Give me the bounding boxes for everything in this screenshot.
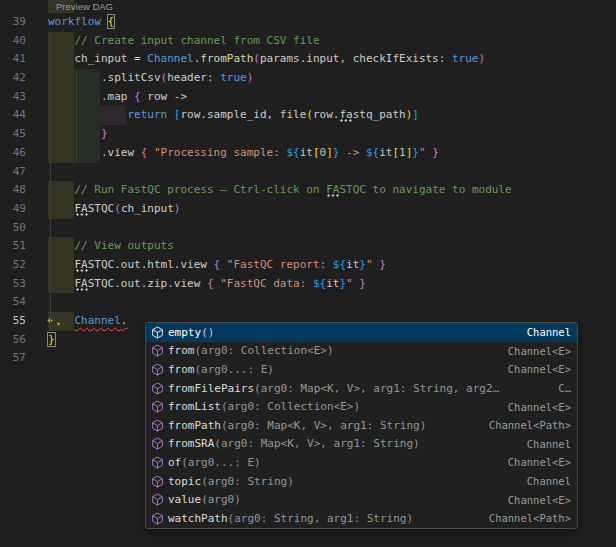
suggestion-signature: (arg0...: E) [195, 363, 274, 376]
code-editor[interactable]: Preview DAG 39workflow {40 // Create inp… [0, 0, 616, 547]
line-number[interactable]: 39 [0, 13, 26, 32]
code-lines: 39workflow {40 // Create input channel f… [0, 13, 616, 368]
code-text: workflow { [48, 13, 114, 32]
line-number[interactable]: 45 [0, 125, 26, 144]
suggestion-item-from[interactable]: from(arg0...: E)Channel<E> [146, 360, 577, 379]
suggestion-item-fromList[interactable]: fromList(arg0: Collection<E>)Channel<E> [146, 397, 577, 416]
suggestion-item-fromSRA[interactable]: fromSRA(arg0: Map<K, V>, arg1: String)Ch… [146, 435, 577, 454]
suggestion-detail: Channel [519, 438, 571, 450]
line-number[interactable]: 54 [0, 293, 26, 312]
line-number[interactable]: 43 [0, 88, 26, 107]
code-text: } [48, 125, 108, 144]
token: } [432, 146, 439, 159]
line-number[interactable]: 49 [0, 200, 26, 219]
token: params.input, checkIfExists: [260, 52, 452, 65]
token: ) [479, 52, 486, 65]
suggestion-detail: Channel<E> [500, 456, 571, 468]
token: // View outputs [75, 239, 174, 252]
token [147, 146, 154, 159]
suggestion-item-topic[interactable]: topic(arg0: String)Channel [146, 472, 577, 491]
token [48, 34, 75, 47]
line-number[interactable]: 42 [0, 69, 26, 88]
line-number[interactable]: 56 [0, 331, 26, 350]
suggestion-label: value [168, 493, 201, 506]
code-line-42[interactable]: 42 .splitCsv(header: true) [0, 69, 616, 88]
line-number[interactable]: 52 [0, 256, 26, 275]
token [220, 258, 227, 271]
suggestion-item-from[interactable]: from(arg0: Collection<E>)Channel<E> [146, 342, 577, 361]
token [48, 108, 127, 121]
suggestion-signature: () [201, 326, 214, 339]
suggestion-item-fromFilePairs[interactable]: fromFilePairs(arg0: Map<K, V>, arg1: Str… [146, 379, 577, 398]
token: true [452, 52, 479, 65]
token: fromPath [200, 52, 253, 65]
code-line-46[interactable]: 46 .view { "Processing sample: ${it[0]} … [0, 144, 616, 163]
token: ) [247, 71, 254, 84]
code-line-43[interactable]: 43 .map { row -> [0, 88, 616, 107]
suggestion-item-watchPath[interactable]: watchPath(arg0: String, arg1: String)Cha… [146, 509, 577, 528]
token [48, 183, 75, 196]
suggestion-item-empty[interactable]: empty()Channel [146, 323, 577, 342]
code-line-48[interactable]: 48 // Run FastQC process – Ctrl-click on… [0, 181, 616, 200]
code-line-47[interactable]: 47 [0, 163, 616, 182]
code-line-51[interactable]: 51 // View outputs [0, 237, 616, 256]
symbol-method-icon [149, 454, 165, 470]
line-number[interactable]: 44 [0, 106, 26, 125]
code-line-40[interactable]: 40 // Create input channel from CSV file [0, 32, 616, 51]
code-line-50[interactable]: 50 [0, 219, 616, 238]
code-text: FASTQC.out.zip.view { "FastQC data: ${it… [48, 275, 366, 294]
code-line-53[interactable]: 53 FASTQC.out.zip.view { "FastQC data: $… [0, 275, 616, 294]
codelens-preview-dag[interactable]: Preview DAG [56, 1, 113, 13]
symbol-method-icon [149, 361, 165, 377]
suggestion-label: from [168, 363, 195, 376]
token: ( [253, 52, 260, 65]
line-number[interactable]: 46 [0, 144, 26, 163]
suggestion-item-value[interactable]: value(arg0)Channel<E> [146, 490, 577, 509]
token [48, 258, 75, 271]
token: .out.zip.view [114, 277, 207, 290]
token [48, 127, 101, 140]
token [48, 239, 75, 252]
code-line-39[interactable]: 39workflow { [0, 13, 616, 32]
code-text: FASTQC.out.html.view { "FastQC report: $… [48, 256, 386, 275]
code-line-49[interactable]: 49 FASTQC(ch_input) [0, 200, 616, 219]
line-number[interactable]: 48 [0, 181, 26, 200]
suggestion-label: fromFilePairs [168, 382, 254, 395]
token: ( [306, 108, 313, 121]
line-number[interactable]: 57 [0, 349, 26, 368]
suggestion-item-fromPath[interactable]: fromPath(arg0: Map<K, V>, arg1: String)C… [146, 416, 577, 435]
symbol-method-icon [149, 343, 165, 359]
code-text: .view { "Processing sample: ${it[0]} -> … [48, 144, 439, 163]
line-number[interactable]: 51 [0, 237, 26, 256]
token: ] [412, 108, 419, 121]
code-text: Channel. [48, 312, 127, 331]
token: it [326, 277, 339, 290]
token: ch_input [121, 202, 174, 215]
line-number[interactable]: 50 [0, 219, 26, 238]
code-line-52[interactable]: 52 FASTQC.out.html.view { "FastQC report… [0, 256, 616, 275]
token: ${ [366, 146, 379, 159]
code-line-44[interactable]: 44 return [row.sample_id, file(row.fastq… [0, 106, 616, 125]
token: .map [48, 90, 134, 103]
token: " [346, 277, 353, 290]
line-number[interactable]: 53 [0, 275, 26, 294]
code-line-41[interactable]: 41 ch_input = Channel.fromPath(params.in… [0, 50, 616, 69]
token: FASTQC [75, 258, 115, 271]
suggestion-detail: Channel<E> [500, 363, 571, 375]
token: [ [313, 146, 320, 159]
token: .out.html.view [114, 258, 213, 271]
suggestion-label: fromPath [168, 419, 221, 432]
line-number[interactable]: 55 [0, 312, 26, 331]
line-number[interactable]: 41 [0, 50, 26, 69]
line-number[interactable]: 40 [0, 32, 26, 51]
line-number[interactable]: 47 [0, 163, 26, 182]
token: row. [313, 108, 340, 121]
token: } [412, 146, 419, 159]
suggest-widget: empty()Channelfrom(arg0: Collection<E>)C… [145, 322, 578, 529]
token: workflow [48, 15, 108, 28]
suggestion-item-of[interactable]: of(arg0...: E)Channel<E> [146, 453, 577, 472]
code-line-54[interactable]: 54 [0, 293, 616, 312]
suggestion-detail: Channel<Path> [481, 419, 571, 431]
token: ${ [333, 258, 346, 271]
code-line-45[interactable]: 45 } [0, 125, 616, 144]
